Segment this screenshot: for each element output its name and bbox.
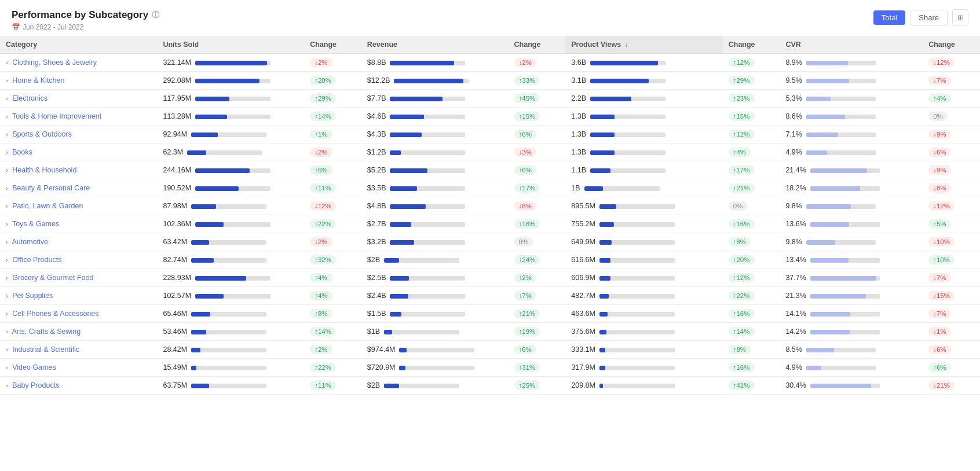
- bar-track: [390, 204, 465, 209]
- expand-button[interactable]: ›: [6, 220, 8, 227]
- cell-cvr-change: ↑4%: [923, 90, 980, 108]
- cvr-bar-track: [806, 240, 876, 245]
- table-row: › Sports & Outdoors 92.94M ↑1% $4.3B ↑6%…: [0, 126, 980, 143]
- category-link[interactable]: Automotive: [12, 238, 48, 246]
- category-link[interactable]: Office Products: [12, 256, 61, 264]
- category-link[interactable]: Industrial & Scientific: [12, 345, 79, 354]
- cell-units-sold: 113.28M: [157, 108, 304, 126]
- col-product-views[interactable]: Product Views ↓: [565, 36, 722, 54]
- col-category[interactable]: Category: [0, 36, 157, 54]
- total-button[interactable]: Total: [873, 10, 905, 25]
- expand-button[interactable]: ›: [6, 185, 8, 192]
- col-pv-change[interactable]: Change: [723, 36, 780, 54]
- category-link[interactable]: Books: [12, 148, 32, 156]
- category-link[interactable]: Video Games: [12, 363, 56, 371]
- bar-fill: [399, 366, 405, 370]
- bar-fill: [195, 222, 224, 227]
- expand-button[interactable]: ›: [6, 310, 8, 317]
- expand-button[interactable]: ›: [6, 203, 8, 209]
- cvr-bar-track: [806, 133, 876, 137]
- category-link[interactable]: Beauty & Personal Care: [12, 184, 90, 192]
- pv-bar: [599, 366, 675, 370]
- col-revenue[interactable]: Revenue: [361, 36, 509, 54]
- change-badge: ↓9%: [928, 165, 950, 175]
- cell-units-change: ↑29%: [304, 90, 361, 108]
- cell-revenue: $3.2B: [361, 233, 509, 251]
- cell-units-change: ↑4%: [304, 269, 361, 287]
- pv-value: 649.9M: [571, 238, 595, 246]
- cvr-bar: [810, 294, 880, 299]
- revenue-value: $2B: [367, 256, 380, 264]
- category-link[interactable]: Clothing, Shoes & Jewelry: [12, 58, 97, 67]
- change-badge: ↑4%: [310, 291, 332, 300]
- cell-cvr-change: ↓12%: [923, 54, 980, 72]
- cvr-bar: [806, 61, 876, 65]
- category-link[interactable]: Cell Phones & Accessories: [12, 310, 98, 318]
- table-header-row: Category Units Sold Change Revenue Chang…: [0, 36, 980, 54]
- col-units-sold[interactable]: Units Sold: [157, 36, 304, 54]
- bar-track: [195, 276, 270, 281]
- cell-pv: 2.2B: [565, 90, 722, 108]
- expand-button[interactable]: ›: [6, 238, 8, 245]
- cell-revenue-change: ↓3%: [509, 143, 566, 161]
- category-link[interactable]: Arts, Crafts & Sewing: [12, 328, 81, 336]
- col-cvr-change[interactable]: Change: [923, 36, 980, 54]
- share-button[interactable]: Share: [910, 10, 948, 25]
- category-link[interactable]: Health & Household: [12, 166, 76, 174]
- cvr-bar-fill: [806, 348, 834, 352]
- bar-fill: [599, 294, 609, 299]
- expand-button[interactable]: ›: [6, 131, 8, 138]
- category-link[interactable]: Sports & Outdoors: [12, 130, 72, 138]
- expand-button[interactable]: ›: [6, 292, 8, 299]
- category-link[interactable]: Home & Kitchen: [12, 76, 64, 84]
- expand-button[interactable]: ›: [6, 149, 8, 156]
- revenue-value: $3.2B: [367, 238, 386, 246]
- col-units-change[interactable]: Change: [304, 36, 361, 54]
- expand-button[interactable]: ›: [6, 167, 8, 174]
- bar-fill: [187, 150, 206, 155]
- bar-track: [599, 384, 675, 388]
- units-bar: [195, 186, 270, 191]
- category-link[interactable]: Grocery & Gourmet Food: [12, 274, 93, 282]
- cell-units-change: ↑14%: [304, 323, 361, 341]
- expand-button[interactable]: ›: [6, 256, 8, 263]
- expand-button[interactable]: ›: [6, 364, 8, 371]
- expand-button[interactable]: ›: [6, 77, 8, 84]
- category-link[interactable]: Patio, Lawn & Garden: [12, 202, 83, 210]
- expand-button[interactable]: ›: [6, 328, 8, 335]
- col-cvr[interactable]: CVR: [780, 36, 923, 54]
- cvr-bar: [810, 312, 880, 317]
- expand-button[interactable]: ›: [6, 95, 8, 102]
- expand-button[interactable]: ›: [6, 346, 8, 353]
- category-link[interactable]: Toys & Games: [12, 220, 59, 228]
- bar-fill: [590, 79, 649, 83]
- export-button[interactable]: ⊞: [952, 9, 968, 25]
- revenue-bar: [390, 312, 465, 317]
- cell-pv-change: ↑8%: [723, 341, 780, 359]
- category-link[interactable]: Baby Products: [12, 381, 59, 389]
- cell-units-change: ↑8%: [304, 305, 361, 323]
- cvr-bar-track: [810, 186, 880, 191]
- bar-track: [599, 348, 675, 352]
- expand-button[interactable]: ›: [6, 113, 8, 120]
- cvr-value: 8.6%: [785, 112, 802, 120]
- cell-category: › Automotive: [0, 233, 157, 251]
- col-revenue-change[interactable]: Change: [509, 36, 566, 54]
- cell-category: › Industrial & Scientific: [0, 341, 157, 359]
- revenue-bar: [390, 222, 465, 227]
- cvr-value: 14.2%: [785, 328, 806, 336]
- category-link[interactable]: Tools & Home Improvement: [12, 112, 101, 120]
- cell-category: › Cell Phones & Accessories: [0, 305, 157, 323]
- change-badge: ↑11%: [310, 183, 336, 193]
- expand-button[interactable]: ›: [6, 382, 8, 389]
- expand-button[interactable]: ›: [6, 274, 8, 281]
- category-link[interactable]: Pet Supplies: [12, 292, 53, 300]
- pv-bar: [599, 330, 675, 334]
- units-value: 63.75M: [163, 381, 187, 389]
- expand-button[interactable]: ›: [6, 59, 8, 66]
- category-link[interactable]: Electronics: [12, 94, 47, 102]
- bar-track: [390, 276, 465, 281]
- cell-pv-change: ↑29%: [723, 72, 780, 90]
- bar-fill: [590, 168, 610, 173]
- cell-units-sold: 244.16M: [157, 161, 304, 179]
